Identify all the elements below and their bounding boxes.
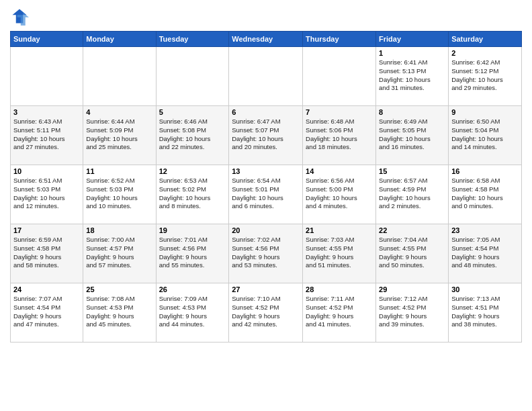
day-number: 20 — [232, 226, 300, 234]
day-info: Sunrise: 6:58 AM Sunset: 4:58 PM Dayligh… — [451, 177, 519, 211]
calendar-cell — [303, 47, 376, 106]
day-number: 4 — [86, 108, 152, 116]
calendar-cell: 10Sunrise: 6:51 AM Sunset: 5:03 PM Dayli… — [11, 165, 83, 224]
day-number: 29 — [379, 285, 445, 293]
day-number: 12 — [159, 167, 226, 175]
day-number: 19 — [159, 226, 226, 234]
day-info: Sunrise: 7:03 AM Sunset: 4:55 PM Dayligh… — [306, 236, 373, 270]
day-info: Sunrise: 7:04 AM Sunset: 4:55 PM Dayligh… — [379, 236, 445, 270]
week-row-3: 17Sunrise: 6:59 AM Sunset: 4:58 PM Dayli… — [11, 224, 522, 283]
weekday-header-row: SundayMondayTuesdayWednesdayThursdayFrid… — [11, 32, 522, 47]
day-info: Sunrise: 7:05 AM Sunset: 4:54 PM Dayligh… — [451, 236, 519, 270]
calendar-cell: 14Sunrise: 6:56 AM Sunset: 5:00 PM Dayli… — [303, 165, 376, 224]
week-row-4: 24Sunrise: 7:07 AM Sunset: 4:54 PM Dayli… — [11, 283, 522, 342]
day-number: 26 — [159, 285, 226, 293]
calendar-cell — [229, 47, 303, 106]
calendar-cell — [11, 47, 83, 106]
day-info: Sunrise: 6:51 AM Sunset: 5:03 PM Dayligh… — [13, 177, 80, 211]
calendar-cell: 4Sunrise: 6:44 AM Sunset: 5:09 PM Daylig… — [83, 106, 156, 165]
day-info: Sunrise: 6:43 AM Sunset: 5:11 PM Dayligh… — [13, 118, 80, 152]
calendar-cell: 23Sunrise: 7:05 AM Sunset: 4:54 PM Dayli… — [449, 224, 522, 283]
day-info: Sunrise: 6:44 AM Sunset: 5:09 PM Dayligh… — [86, 118, 152, 152]
day-info: Sunrise: 7:00 AM Sunset: 4:57 PM Dayligh… — [86, 236, 152, 270]
day-number: 8 — [379, 108, 445, 116]
calendar-cell: 7Sunrise: 6:48 AM Sunset: 5:06 PM Daylig… — [303, 106, 376, 165]
calendar-cell: 11Sunrise: 6:52 AM Sunset: 5:03 PM Dayli… — [83, 165, 156, 224]
day-info: Sunrise: 6:41 AM Sunset: 5:13 PM Dayligh… — [379, 58, 445, 93]
calendar-cell: 21Sunrise: 7:03 AM Sunset: 4:55 PM Dayli… — [303, 224, 376, 283]
day-info: Sunrise: 7:11 AM Sunset: 4:52 PM Dayligh… — [306, 295, 373, 329]
day-number: 16 — [451, 167, 519, 175]
calendar: SundayMondayTuesdayWednesdayThursdayFrid… — [10, 31, 522, 342]
day-number: 1 — [379, 49, 445, 57]
week-row-1: 3Sunrise: 6:43 AM Sunset: 5:11 PM Daylig… — [11, 106, 522, 165]
logo-icon — [10, 7, 29, 26]
calendar-cell: 22Sunrise: 7:04 AM Sunset: 4:55 PM Dayli… — [376, 224, 449, 283]
logo — [10, 7, 32, 26]
calendar-cell: 15Sunrise: 6:57 AM Sunset: 4:59 PM Dayli… — [376, 165, 449, 224]
day-info: Sunrise: 7:02 AM Sunset: 4:56 PM Dayligh… — [232, 236, 300, 270]
day-info: Sunrise: 7:09 AM Sunset: 4:53 PM Dayligh… — [159, 295, 226, 329]
day-info: Sunrise: 6:53 AM Sunset: 5:02 PM Dayligh… — [159, 177, 226, 211]
day-number: 7 — [306, 108, 373, 116]
day-number: 25 — [86, 285, 152, 293]
weekday-header-thursday: Thursday — [303, 32, 376, 47]
day-number: 22 — [379, 226, 445, 234]
day-number: 23 — [451, 226, 519, 234]
calendar-cell: 26Sunrise: 7:09 AM Sunset: 4:53 PM Dayli… — [156, 283, 229, 342]
day-info: Sunrise: 7:13 AM Sunset: 4:51 PM Dayligh… — [451, 295, 519, 329]
calendar-cell: 5Sunrise: 6:46 AM Sunset: 5:08 PM Daylig… — [156, 106, 229, 165]
day-number: 18 — [86, 226, 152, 234]
day-number: 24 — [13, 285, 80, 293]
day-info: Sunrise: 6:42 AM Sunset: 5:12 PM Dayligh… — [451, 58, 519, 93]
day-info: Sunrise: 7:07 AM Sunset: 4:54 PM Dayligh… — [13, 295, 80, 329]
day-info: Sunrise: 6:48 AM Sunset: 5:06 PM Dayligh… — [306, 118, 373, 152]
day-info: Sunrise: 7:10 AM Sunset: 4:52 PM Dayligh… — [232, 295, 300, 329]
day-number: 10 — [13, 167, 80, 175]
calendar-cell: 8Sunrise: 6:49 AM Sunset: 5:05 PM Daylig… — [376, 106, 449, 165]
day-number: 21 — [306, 226, 373, 234]
calendar-cell: 6Sunrise: 6:47 AM Sunset: 5:07 PM Daylig… — [229, 106, 303, 165]
weekday-header-sunday: Sunday — [11, 32, 83, 47]
day-number: 2 — [451, 49, 519, 57]
day-number: 28 — [306, 285, 373, 293]
weekday-header-wednesday: Wednesday — [229, 32, 303, 47]
calendar-cell: 9Sunrise: 6:50 AM Sunset: 5:04 PM Daylig… — [449, 106, 522, 165]
day-info: Sunrise: 6:46 AM Sunset: 5:08 PM Dayligh… — [159, 118, 226, 152]
day-number: 17 — [13, 226, 80, 234]
weekday-header-tuesday: Tuesday — [156, 32, 229, 47]
calendar-cell — [83, 47, 156, 106]
calendar-cell — [156, 47, 229, 106]
day-number: 27 — [232, 285, 300, 293]
calendar-cell: 1Sunrise: 6:41 AM Sunset: 5:13 PM Daylig… — [376, 47, 449, 106]
calendar-cell: 24Sunrise: 7:07 AM Sunset: 4:54 PM Dayli… — [11, 283, 83, 342]
day-info: Sunrise: 6:56 AM Sunset: 5:00 PM Dayligh… — [306, 177, 373, 211]
calendar-cell: 2Sunrise: 6:42 AM Sunset: 5:12 PM Daylig… — [449, 47, 522, 106]
calendar-cell: 12Sunrise: 6:53 AM Sunset: 5:02 PM Dayli… — [156, 165, 229, 224]
week-row-0: 1Sunrise: 6:41 AM Sunset: 5:13 PM Daylig… — [11, 47, 522, 106]
week-row-2: 10Sunrise: 6:51 AM Sunset: 5:03 PM Dayli… — [11, 165, 522, 224]
day-info: Sunrise: 6:57 AM Sunset: 4:59 PM Dayligh… — [379, 177, 445, 211]
weekday-header-monday: Monday — [83, 32, 156, 47]
day-number: 5 — [159, 108, 226, 116]
calendar-cell: 3Sunrise: 6:43 AM Sunset: 5:11 PM Daylig… — [11, 106, 83, 165]
calendar-cell: 25Sunrise: 7:08 AM Sunset: 4:53 PM Dayli… — [83, 283, 156, 342]
page: SundayMondayTuesdayWednesdayThursdayFrid… — [0, 0, 532, 349]
day-number: 6 — [232, 108, 300, 116]
day-number: 13 — [232, 167, 300, 175]
day-number: 30 — [451, 285, 519, 293]
calendar-cell: 17Sunrise: 6:59 AM Sunset: 4:58 PM Dayli… — [11, 224, 83, 283]
day-info: Sunrise: 6:50 AM Sunset: 5:04 PM Dayligh… — [451, 118, 519, 152]
day-info: Sunrise: 6:49 AM Sunset: 5:05 PM Dayligh… — [379, 118, 445, 152]
day-info: Sunrise: 6:59 AM Sunset: 4:58 PM Dayligh… — [13, 236, 80, 270]
day-info: Sunrise: 7:08 AM Sunset: 4:53 PM Dayligh… — [86, 295, 152, 329]
day-info: Sunrise: 6:47 AM Sunset: 5:07 PM Dayligh… — [232, 118, 300, 152]
day-number: 15 — [379, 167, 445, 175]
day-info: Sunrise: 6:54 AM Sunset: 5:01 PM Dayligh… — [232, 177, 300, 211]
weekday-header-friday: Friday — [376, 32, 449, 47]
day-number: 11 — [86, 167, 152, 175]
calendar-cell: 28Sunrise: 7:11 AM Sunset: 4:52 PM Dayli… — [303, 283, 376, 342]
day-number: 14 — [306, 167, 373, 175]
day-info: Sunrise: 7:12 AM Sunset: 4:52 PM Dayligh… — [379, 295, 445, 329]
header — [10, 7, 522, 26]
